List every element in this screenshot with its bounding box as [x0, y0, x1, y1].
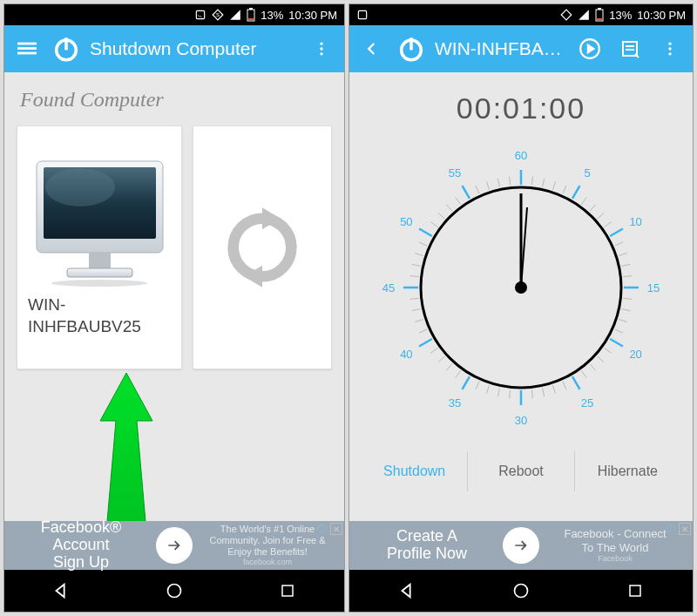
svg-line-49	[615, 242, 623, 246]
svg-text:20: 20	[629, 348, 641, 361]
app-title: Shutdown Computer	[90, 38, 297, 59]
svg-rect-16	[89, 253, 111, 268]
svg-line-69	[543, 388, 545, 396]
ad-banner[interactable]: Facebook® Account Sign Up The World's #1…	[4, 521, 344, 570]
status-bar: 13% 10:30 PM	[349, 4, 693, 25]
nav-recent[interactable]	[609, 573, 661, 608]
timer-dial[interactable]: 60510152025303540455055	[373, 139, 669, 436]
svg-line-82	[430, 348, 437, 353]
svg-text:40: 40	[400, 348, 412, 361]
svg-line-88	[410, 298, 419, 299]
phone-left: S 13% 10:30 PM Shutdown Computer Found C…	[3, 3, 345, 613]
play-button[interactable]	[574, 33, 606, 64]
back-button[interactable]	[356, 33, 388, 64]
menu-button[interactable]	[11, 33, 43, 64]
svg-point-109	[515, 281, 527, 294]
svg-line-80	[446, 364, 452, 370]
nav-recent[interactable]	[261, 573, 314, 608]
tab-reboot[interactable]: Reboot	[467, 451, 573, 491]
svg-rect-7	[17, 52, 37, 55]
status-bar: S 13% 10:30 PM	[4, 4, 344, 25]
svg-line-77	[463, 376, 470, 389]
ad-arrow-button[interactable]	[156, 527, 193, 564]
svg-line-70	[531, 389, 532, 398]
svg-rect-0	[197, 10, 205, 18]
nav-back[interactable]	[381, 573, 433, 608]
ad-info-icon[interactable]: ⓘ	[665, 523, 677, 535]
svg-line-104	[486, 181, 489, 190]
content-area: 00:01:00 60510152025303540455055 Shutdow…	[349, 72, 693, 521]
svg-line-58	[615, 329, 623, 333]
annotation-arrow	[83, 373, 170, 521]
svg-line-99	[446, 205, 452, 211]
list-button[interactable]	[614, 33, 646, 64]
ad-close-icon[interactable]: ✕	[679, 523, 691, 535]
svg-point-31	[668, 43, 671, 45]
battery-icon	[247, 8, 255, 22]
svg-line-101	[463, 186, 470, 199]
svg-text:25: 25	[581, 396, 593, 410]
svg-line-64	[581, 370, 586, 377]
battery-percent: 13%	[609, 9, 632, 22]
svg-text:60: 60	[515, 149, 527, 162]
ad-close-icon[interactable]: ✕	[330, 523, 342, 535]
ad-banner[interactable]: Create A Profile Now Facebook - Connect …	[349, 521, 693, 570]
svg-line-40	[563, 186, 566, 193]
svg-line-43	[581, 197, 586, 204]
nav-back[interactable]	[35, 573, 87, 608]
svg-point-10	[320, 43, 322, 45]
svg-line-85	[419, 329, 427, 333]
svg-line-81	[438, 356, 444, 362]
svg-text:50: 50	[400, 215, 412, 228]
svg-line-75	[486, 385, 489, 394]
power-icon	[51, 34, 81, 64]
svg-text:30: 30	[515, 414, 527, 427]
ad-info-icon[interactable]: ⓘ	[316, 523, 328, 535]
svg-line-50	[619, 253, 627, 255]
svg-line-41	[572, 186, 580, 199]
svg-point-11	[320, 47, 322, 50]
svg-point-33	[668, 52, 671, 55]
ad-headline: Facebook® Account Sign Up	[13, 519, 149, 571]
refresh-card[interactable]	[193, 125, 332, 369]
svg-text:35: 35	[449, 396, 461, 410]
battery-percent: 13%	[261, 9, 283, 22]
svg-point-19	[168, 585, 181, 598]
overflow-menu[interactable]	[306, 33, 337, 64]
svg-line-46	[604, 222, 611, 227]
svg-line-103	[476, 186, 479, 193]
nav-home[interactable]	[495, 573, 547, 608]
screenshot-icon	[356, 9, 369, 21]
status-time: 10:30 PM	[288, 9, 337, 22]
svg-line-95	[419, 229, 432, 237]
svg-line-94	[419, 242, 427, 246]
svg-text:10: 10	[629, 215, 641, 228]
svg-line-98	[438, 213, 444, 219]
overflow-menu[interactable]	[654, 33, 686, 64]
svg-line-83	[419, 339, 432, 347]
svg-line-86	[415, 319, 423, 322]
nav-home[interactable]	[148, 573, 200, 608]
tab-hibernate[interactable]: Hibernate	[574, 451, 680, 491]
tab-shutdown[interactable]: Shutdown	[362, 451, 467, 491]
ad-arrow-button[interactable]	[503, 527, 539, 564]
svg-line-44	[590, 205, 596, 211]
svg-point-110	[514, 585, 527, 598]
svg-rect-5	[17, 43, 37, 45]
diamond-icon: S	[212, 9, 224, 21]
svg-rect-24	[597, 18, 602, 20]
svg-point-12	[320, 52, 322, 55]
phone-right: 13% 10:30 PM WIN-INHFBAUB.. 00:01:00 605…	[348, 3, 694, 613]
diamond-icon	[560, 9, 572, 21]
svg-point-32	[668, 47, 671, 50]
svg-line-38	[543, 179, 545, 187]
svg-rect-3	[249, 8, 253, 10]
ad-description: Facebook - Connect To The World Facebook	[546, 527, 684, 564]
svg-line-55	[623, 298, 632, 299]
app-title: WIN-INHFBAUB..	[435, 38, 565, 59]
computer-card[interactable]: WIN-INHFBAUBV25	[17, 125, 182, 369]
svg-line-65	[572, 376, 580, 389]
svg-line-61	[604, 348, 611, 353]
computer-monitor-icon	[28, 157, 172, 288]
svg-line-52	[623, 276, 632, 277]
